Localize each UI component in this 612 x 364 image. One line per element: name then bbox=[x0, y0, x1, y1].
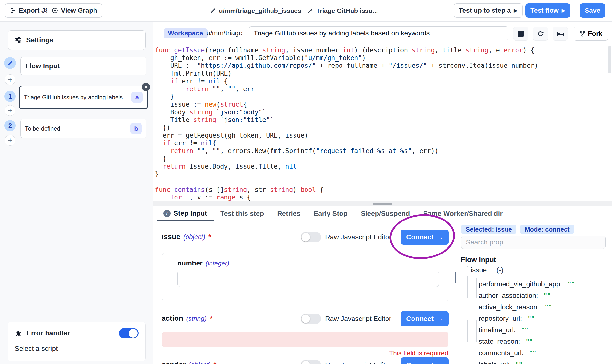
fork-label: Fork bbox=[588, 30, 602, 38]
panel-divider bbox=[457, 221, 457, 364]
prop-value: "" bbox=[568, 280, 575, 288]
view-graph-button[interactable]: View Graph bbox=[46, 3, 102, 18]
prop-key: active_lock_reason: bbox=[479, 303, 539, 311]
field-label: number (integer) bbox=[178, 259, 229, 267]
raw-js-editor-toggle[interactable] bbox=[301, 360, 321, 364]
code-editor[interactable]: func getIssue(repo_fullname string, issu… bbox=[153, 44, 612, 201]
prop-key: comments_url: bbox=[479, 349, 524, 357]
settings-label: Settings bbox=[26, 36, 53, 44]
connect-button-issue[interactable]: Connect → bbox=[401, 230, 449, 245]
connect-status-badges: Selected: issue Mode: connect bbox=[461, 225, 574, 234]
code-line: return "", "", errors.New(fmt.Sprintf("r… bbox=[155, 147, 612, 155]
required-asterisk: * bbox=[213, 360, 216, 364]
tree-guide-line bbox=[476, 278, 477, 364]
flow-path: u/mm/triage bbox=[206, 22, 243, 44]
tab-label: Retries bbox=[277, 210, 300, 218]
tab-label: Test this step bbox=[220, 210, 264, 218]
tab-sleep-suspend[interactable]: Sleep/Suspend bbox=[354, 206, 417, 221]
flow-input-label: Flow Input bbox=[26, 62, 60, 70]
add-step-button[interactable]: + bbox=[5, 105, 15, 116]
code-line: Title string `json:"title"` bbox=[155, 116, 612, 124]
refresh-button[interactable] bbox=[533, 27, 548, 40]
fork-button[interactable]: Fork bbox=[574, 27, 608, 40]
close-icon[interactable]: × bbox=[142, 83, 150, 91]
tab-label: Sleep/Suspend bbox=[361, 210, 410, 218]
breadcrumb-title[interactable]: Triage GitHub issu... bbox=[307, 0, 378, 22]
prop-row[interactable]: repository_url:"" bbox=[479, 313, 612, 324]
plus-icon: + bbox=[8, 106, 13, 115]
prop-row[interactable]: comments_url:"" bbox=[479, 347, 612, 359]
field-row-issue: issue (object) * Raw Javascript Editor C… bbox=[153, 230, 457, 245]
test-up-to-step-button[interactable]: Test up to step a ▶ bbox=[454, 3, 523, 18]
prop-row[interactable]: active_lock_reason:"" bbox=[479, 301, 612, 313]
prop-row[interactable]: state_reason:"" bbox=[479, 336, 612, 347]
sliders-icon bbox=[14, 36, 22, 44]
tab-early-stop[interactable]: Early Stop bbox=[307, 206, 354, 221]
step-title: Triage GitHub issues by adding labels ..… bbox=[24, 94, 128, 101]
raw-js-editor-toggle[interactable] bbox=[301, 232, 321, 242]
code-line: URL := "https://api.github.com/repos/" +… bbox=[155, 62, 612, 70]
plus-icon: + bbox=[8, 75, 13, 84]
flow-input-node[interactable]: Flow Input bbox=[20, 57, 146, 75]
prop-row[interactable]: author_association:"" bbox=[479, 290, 612, 301]
save-button[interactable]: Save bbox=[580, 3, 605, 18]
field-name: sender bbox=[162, 360, 186, 364]
raw-js-editor-label: Raw Javascript Editor bbox=[325, 230, 391, 245]
tab-step-input[interactable]: iStep Input bbox=[157, 206, 214, 221]
search-prop-input[interactable] bbox=[461, 236, 606, 249]
editor-vertical-scrollbar[interactable] bbox=[608, 46, 611, 73]
error-handler-select-script[interactable]: Select a script bbox=[15, 345, 139, 352]
connect-button-sender[interactable]: Connect → bbox=[401, 357, 449, 364]
save-label: Save bbox=[585, 7, 600, 14]
bed-button[interactable] bbox=[553, 27, 568, 40]
connect-button-action[interactable]: Connect → bbox=[401, 311, 449, 326]
breadcrumb-path[interactable]: u/mm/triage_github_issues bbox=[210, 0, 301, 22]
props-list: performed_via_github_app:""author_associ… bbox=[479, 278, 612, 364]
breadcrumb-path-label: u/mm/triage_github_issues bbox=[219, 7, 301, 15]
code-line: return "", "", err bbox=[155, 85, 612, 93]
code-line: } bbox=[155, 93, 612, 101]
prop-row[interactable]: performed_via_github_app:"" bbox=[479, 278, 612, 290]
step-node-b[interactable]: To be defined b bbox=[20, 119, 146, 138]
stop-button[interactable] bbox=[513, 27, 528, 40]
error-handler-toggle[interactable] bbox=[119, 328, 139, 338]
settings-button[interactable]: Settings bbox=[8, 30, 146, 50]
flow-sidebar: Settings Flow Input + Triage GitHub issu… bbox=[0, 22, 153, 364]
field-row-sender: sender (object) * Raw Javascript Editor … bbox=[153, 357, 457, 364]
tab-same-worker-shared-dir[interactable]: Same Worker/Shared dir bbox=[417, 206, 509, 221]
flow-input-node-icon[interactable] bbox=[4, 57, 16, 69]
code-line: func contains(s []string, str string) bo… bbox=[155, 186, 612, 194]
number-input[interactable] bbox=[178, 271, 439, 287]
test-flow-button[interactable]: Test flow ▶ bbox=[525, 3, 570, 18]
code-line: fmt.Println(URL) bbox=[155, 70, 612, 78]
tab-test-this-step[interactable]: Test this step bbox=[214, 206, 270, 221]
arrow-right-icon: → bbox=[436, 361, 443, 364]
splitter-grip[interactable] bbox=[373, 203, 392, 205]
add-step-button[interactable]: + bbox=[5, 135, 15, 146]
field-label: sender (object) * bbox=[162, 357, 216, 364]
play-icon: ▶ bbox=[514, 8, 517, 13]
field-row-action: action (string) * Raw Javascript Editor … bbox=[153, 311, 457, 326]
raw-js-editor-toggle[interactable] bbox=[301, 314, 321, 324]
main-area: Workspace u/mm/triage Fork func getIssue… bbox=[153, 22, 612, 364]
mode-badge: Mode: connect bbox=[520, 225, 574, 234]
code-line: return issue.Body, issue.Title, nil bbox=[155, 163, 612, 171]
prop-root-issue[interactable]: issue:(-) bbox=[471, 266, 503, 274]
add-step-button[interactable]: + bbox=[5, 74, 15, 85]
test-flow-label: Test flow bbox=[530, 7, 559, 14]
step-title: To be defined bbox=[25, 125, 127, 132]
action-input-invalid[interactable] bbox=[162, 332, 448, 347]
prop-value: "" bbox=[516, 361, 523, 364]
flow-title-input[interactable] bbox=[249, 26, 508, 40]
pencil-icon bbox=[307, 8, 313, 14]
error-handler-label: Error handler bbox=[27, 329, 70, 337]
step-number-2: 2 bbox=[4, 120, 16, 131]
form-vertical-scrollbar[interactable] bbox=[455, 272, 456, 283]
plus-icon: + bbox=[8, 136, 13, 145]
eye-icon bbox=[52, 7, 58, 14]
prop-row[interactable]: timeline_url:"" bbox=[479, 324, 612, 336]
field-label: action (string) * bbox=[162, 311, 212, 326]
tab-retries[interactable]: Retries bbox=[270, 206, 307, 221]
step-node-a[interactable]: Triage GitHub issues by adding labels ..… bbox=[19, 86, 148, 109]
prop-row[interactable]: labels_url:"" bbox=[479, 359, 612, 364]
